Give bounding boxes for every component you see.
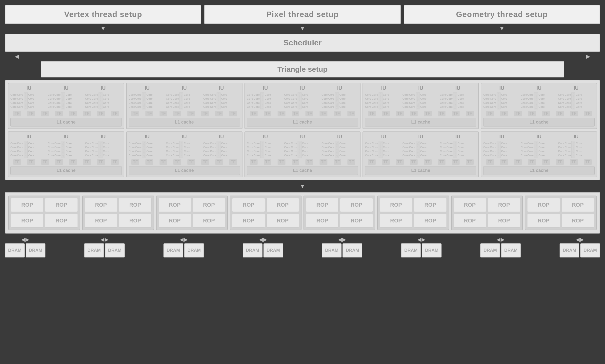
local-memory-label: Local memory: [497, 141, 501, 158]
core-row: CoreCore: [558, 154, 571, 157]
core-row: CoreCore: [247, 142, 260, 145]
core-row: CoreCore: [48, 142, 60, 145]
cores-right: CoreCoreCoreCore: [184, 93, 190, 109]
core-label: Core: [576, 154, 582, 157]
core-label: Core: [440, 101, 446, 105]
core-label: Core: [48, 149, 54, 153]
core-row: Core: [539, 93, 545, 97]
cores-left: CoreCoreCoreCoreCoreCoreCoreCore: [203, 93, 216, 109]
core-label: Core: [328, 97, 334, 101]
core-label: Core: [221, 149, 227, 153]
local-memory-label: Local memory: [61, 141, 65, 158]
core-label: Core: [521, 105, 527, 109]
core-row: CoreCore: [203, 142, 216, 145]
core-label: Core: [420, 154, 426, 157]
cores-right: CoreCoreCoreCore: [576, 142, 582, 158]
arrow-geometry: ▼: [404, 25, 600, 32]
tf-label: TF: [334, 159, 342, 165]
cores-left: CoreCoreCoreCoreCoreCoreCoreCore: [365, 93, 378, 109]
cores-left: CoreCoreCoreCoreCoreCoreCoreCore: [48, 142, 60, 158]
scheduler-label: Scheduler: [283, 38, 322, 47]
core-group: CoreCoreCoreCoreCoreCoreCoreCoreLocal me…: [247, 141, 283, 158]
core-label: Core: [221, 154, 227, 157]
core-row: CoreCore: [203, 154, 216, 157]
core-row: Core: [420, 101, 426, 105]
local-memory-label: Local memory: [260, 92, 264, 109]
core-label: Core: [576, 93, 582, 97]
core-label: Core: [420, 97, 426, 101]
core-row: Core: [302, 97, 308, 101]
local-memory-label: Local memory: [416, 92, 420, 109]
core-label: Core: [291, 97, 297, 101]
core-label: Core: [403, 154, 409, 157]
core-label: Core: [221, 101, 227, 105]
core-row: Core: [383, 146, 389, 149]
local-memory-label: Local memory: [99, 92, 102, 109]
core-row: CoreCore: [558, 97, 571, 101]
core-label: Core: [173, 142, 179, 145]
tf-label: TF: [97, 159, 105, 165]
tf-row: TFTFTFTFTFTFTFTF: [129, 111, 240, 116]
cores-right: CoreCoreCoreCore: [501, 93, 507, 109]
core-label: Core: [403, 149, 409, 153]
iu-label: IU: [499, 134, 504, 140]
core-label: Core: [17, 97, 23, 101]
core-label: Core: [339, 146, 345, 149]
cores-left: CoreCoreCoreCoreCoreCoreCoreCore: [558, 142, 571, 158]
core-label: Core: [291, 146, 297, 149]
cores-left: CoreCoreCoreCoreCoreCoreCoreCore: [403, 93, 415, 109]
core-row: CoreCore: [203, 101, 216, 105]
iu-label: IU: [263, 85, 268, 91]
core-label: Core: [48, 146, 54, 149]
core-label: Core: [129, 149, 135, 153]
tf-label: TF: [27, 111, 35, 116]
iu-label: IU: [26, 85, 31, 91]
core-label: Core: [440, 146, 446, 149]
core-label: Core: [339, 105, 345, 109]
core-label: Core: [322, 149, 328, 153]
rop-pair-top: ROPROP: [232, 198, 299, 212]
core-label: Core: [483, 146, 489, 149]
core-label: Core: [372, 105, 378, 109]
dram-pair: DRAMDRAM: [560, 243, 600, 257]
tf-label: TF: [83, 159, 91, 165]
core-row: Core: [576, 154, 582, 157]
core-label: Core: [103, 142, 109, 145]
core-label: Core: [403, 101, 409, 105]
core-label: Core: [92, 149, 98, 153]
core-label: Core: [490, 105, 496, 109]
core-label: Core: [54, 142, 60, 145]
core-row: CoreCore: [440, 105, 453, 109]
core-label: Core: [247, 146, 253, 149]
core-label: Core: [527, 93, 534, 97]
tf-label: TF: [13, 111, 21, 116]
rop-box: ROP: [527, 214, 560, 228]
core-group: CoreCoreCoreCoreCoreCoreCoreCoreLocal me…: [247, 92, 283, 109]
dram-box: DRAM: [84, 243, 104, 257]
iu-label: IU: [63, 85, 68, 91]
core-row: Core: [383, 142, 389, 145]
tf-label: TF: [201, 111, 209, 116]
core-row: CoreCore: [322, 149, 334, 153]
core-label: Core: [166, 97, 172, 101]
core-row: Core: [458, 97, 464, 101]
rop-box: ROP: [159, 214, 191, 228]
tf-label: TF: [466, 159, 474, 165]
cores-right: CoreCoreCoreCore: [339, 93, 345, 109]
core-row: CoreCore: [483, 154, 496, 157]
core-label: Core: [483, 97, 489, 101]
core-row: CoreCore: [558, 101, 571, 105]
core-row: Core: [302, 146, 308, 149]
core-row: Core: [65, 105, 72, 109]
vertex-thread-label: Vertex thread setup: [64, 10, 142, 19]
l1-cache-bar: L1 cache: [247, 118, 358, 127]
core-label: Core: [221, 97, 227, 101]
core-label: Core: [483, 93, 489, 97]
core-row: CoreCore: [365, 142, 378, 145]
geometry-thread-label: Geometry thread setup: [456, 10, 548, 19]
core-label: Core: [10, 154, 17, 157]
cores-right: CoreCoreCoreCore: [302, 142, 308, 158]
cores-left: CoreCoreCoreCoreCoreCoreCoreCore: [440, 93, 453, 109]
core-label: Core: [92, 101, 98, 105]
core-group: CoreCoreCoreCoreCoreCoreCoreCoreLocal me…: [129, 141, 165, 158]
